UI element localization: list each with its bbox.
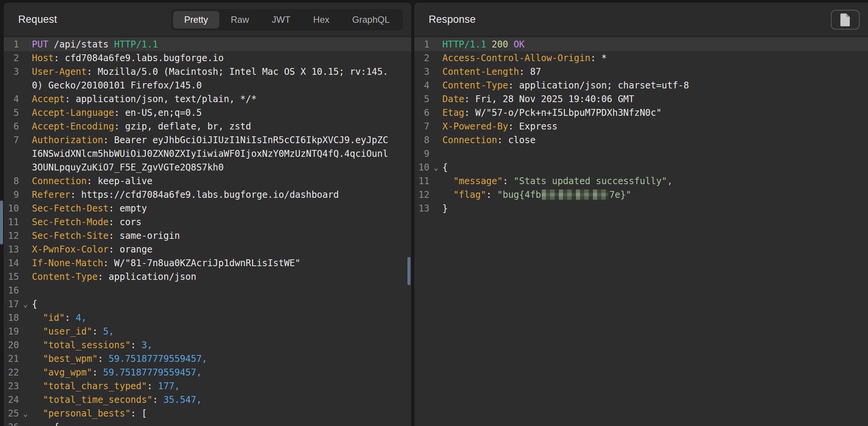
code-line: 10⌄{ xyxy=(414,161,868,174)
code-line: 1HTTP/1.1 200 OK xyxy=(414,38,868,51)
line-number: 6 xyxy=(4,120,19,133)
code-line: 11 "message": "Stats updated successfull… xyxy=(414,174,868,188)
request-header: Request PrettyRawJWTHexGraphQL xyxy=(4,3,411,37)
code-line: 22 "avg_wpm": 59.75187779559457, xyxy=(4,366,411,379)
tab-hex[interactable]: Hex xyxy=(302,11,341,28)
line-number: 3 xyxy=(414,65,429,79)
code-line: 19 "user_id": 5, xyxy=(4,325,411,338)
code-line: 6Etag: W/"57-o/Pck+n+I5LbpuM7PDXh3NfzN0c… xyxy=(414,106,868,120)
code-line: 8Connection: close xyxy=(414,133,868,147)
line-number: 24 xyxy=(4,393,19,407)
line-number: 16 xyxy=(4,284,19,297)
code-line: 1PUT /api/stats HTTP/1.1 xyxy=(4,38,411,51)
code-line: 9Referer: https://cfd7084a6fe9.labs.bugf… xyxy=(4,188,411,202)
line-content: "flag": "bug{4fb7e}" xyxy=(442,188,868,202)
line-content: { xyxy=(32,420,390,426)
line-number: 14 xyxy=(4,256,19,270)
line-number: 4 xyxy=(4,92,19,106)
code-line: 20 "total_sessions": 3, xyxy=(4,338,411,352)
code-line: 26 { xyxy=(4,420,411,426)
code-line: 10Sec-Fetch-Dest: empty xyxy=(4,202,411,215)
line-number: 5 xyxy=(4,106,19,120)
line-number: 4 xyxy=(414,79,429,92)
code-line: 8Connection: keep-alive xyxy=(4,174,411,188)
line-content: "id": 4, xyxy=(32,311,390,325)
code-line: 13} xyxy=(414,202,868,215)
line-number: 13 xyxy=(4,243,19,256)
line-content: Access-Control-Allow-Origin: * xyxy=(442,51,868,65)
line-number: 13 xyxy=(414,202,429,215)
line-number: 23 xyxy=(4,379,19,393)
line-content: Sec-Fetch-Site: same-origin xyxy=(32,229,390,243)
line-content: Connection: close xyxy=(442,133,868,147)
code-line: 23 "total_chars_typed": 177, xyxy=(4,379,411,393)
request-panel-title: Request xyxy=(18,14,57,25)
line-content: Accept: application/json, text/plain, */… xyxy=(32,92,390,106)
tab-jwt[interactable]: JWT xyxy=(260,11,302,28)
line-content: "message": "Stats updated successfully", xyxy=(442,174,868,188)
line-number: 22 xyxy=(4,366,19,379)
line-number: 1 xyxy=(4,38,19,51)
code-line: 15Content-Type: application/json xyxy=(4,270,411,284)
line-number: 11 xyxy=(414,174,429,188)
line-number: 8 xyxy=(4,174,19,188)
code-line: 3Content-Length: 87 xyxy=(414,65,868,79)
code-line: 18 "id": 4, xyxy=(4,311,411,325)
code-line: 24 "total_time_seconds": 35.547, xyxy=(4,393,411,407)
code-line: 25⌄ "personal_bests": [ xyxy=(4,407,411,420)
line-number: 18 xyxy=(4,311,19,325)
code-line: 4Content-Type: application/json; charset… xyxy=(414,79,868,92)
line-content: Date: Fri, 28 Nov 2025 19:40:06 GMT xyxy=(442,92,868,106)
line-number: 3 xyxy=(4,65,19,79)
request-panel: Request PrettyRawJWTHexGraphQL 1PUT /api… xyxy=(4,3,411,426)
response-panel: Response 1HTTP/1.1 200 OK2Access-Control… xyxy=(414,3,868,426)
left-scrollbar[interactable] xyxy=(0,0,3,426)
line-number: 7 xyxy=(414,120,429,133)
line-number: 8 xyxy=(414,133,429,147)
line-number: 9 xyxy=(414,147,429,161)
line-number: 21 xyxy=(4,352,19,366)
request-scrollbar-thumb[interactable] xyxy=(407,257,410,285)
line-content: } xyxy=(442,202,868,215)
request-scrollbar[interactable] xyxy=(407,3,410,426)
copy-response-button[interactable] xyxy=(831,10,860,30)
line-content: X-Powered-By: Express xyxy=(442,120,868,133)
line-content: HTTP/1.1 200 OK xyxy=(442,38,868,51)
code-line: 4Accept: application/json, text/plain, *… xyxy=(4,92,411,106)
line-number: 25 xyxy=(4,407,19,420)
tab-graphql[interactable]: GraphQL xyxy=(341,11,401,28)
code-line: 12Sec-Fetch-Site: same-origin xyxy=(4,229,411,243)
line-content: X-PwnFox-Color: orange xyxy=(32,243,390,256)
line-content: Sec-Fetch-Mode: cors xyxy=(32,215,390,229)
code-line: 5Accept-Language: en-US,en;q=0.5 xyxy=(4,106,411,120)
code-line: 2Access-Control-Allow-Origin: * xyxy=(414,51,868,65)
line-content: "total_time_seconds": 35.547, xyxy=(32,393,390,407)
document-icon xyxy=(840,13,851,27)
response-editor[interactable]: 1HTTP/1.1 200 OK2Access-Control-Allow-Or… xyxy=(414,37,868,215)
fold-toggle-icon[interactable]: ⌄ xyxy=(429,161,442,174)
left-scrollbar-thumb[interactable] xyxy=(0,200,3,245)
line-content: "best_wpm": 59.75187779559457, xyxy=(32,352,390,366)
line-number: 12 xyxy=(4,229,19,243)
fold-toggle-icon[interactable]: ⌄ xyxy=(19,297,32,311)
line-number: 2 xyxy=(414,51,429,65)
line-content: Content-Type: application/json; charset=… xyxy=(442,79,868,92)
line-number: 19 xyxy=(4,325,19,338)
tab-pretty[interactable]: Pretty xyxy=(173,11,220,28)
line-number: 20 xyxy=(4,338,19,352)
code-line: 7X-Powered-By: Express xyxy=(414,120,868,133)
fold-toggle-icon[interactable]: ⌄ xyxy=(19,407,32,420)
line-content: Connection: keep-alive xyxy=(32,174,390,188)
response-panel-title: Response xyxy=(429,14,476,25)
redacted-flag-blur xyxy=(542,189,609,200)
line-content: Accept-Language: en-US,en;q=0.5 xyxy=(32,106,390,120)
request-editor[interactable]: 1PUT /api/stats HTTP/1.12Host: cfd7084a6… xyxy=(4,37,411,426)
line-number: 12 xyxy=(414,188,429,202)
line-content: { xyxy=(32,297,390,311)
code-line: 16 xyxy=(4,284,411,297)
line-content: "total_sessions": 3, xyxy=(32,338,390,352)
tab-raw[interactable]: Raw xyxy=(219,11,260,28)
line-number: 11 xyxy=(4,215,19,229)
line-content: { xyxy=(442,161,868,174)
line-content: Referer: https://cfd7084a6fe9.labs.bugfo… xyxy=(32,188,390,202)
